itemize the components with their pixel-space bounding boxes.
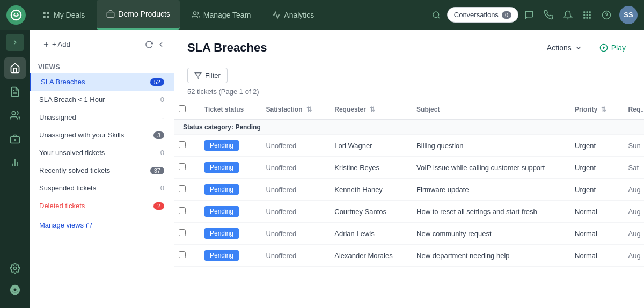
svg-point-5 [193,12,196,14]
status-badge: Pending [204,206,239,217]
nav-tab-my-deals[interactable]: My Deals [32,0,94,30]
row-checkbox[interactable] [179,185,186,192]
app-logo[interactable] [6,5,26,25]
sidebar-header-actions [145,40,165,49]
view-item-unsolved[interactable]: Your unsolved tickets 0 [30,144,174,162]
view-item-unassigned-skills[interactable]: Unassigned with your Skills 3 [30,126,174,144]
view-item-sla-breaches[interactable]: SLA Breaches 52 [30,73,174,91]
row-checkbox[interactable] [179,251,186,258]
svg-rect-0 [43,12,46,14]
col-subject[interactable]: Subject [408,100,566,120]
row-requester: Kristine Reyes [326,157,408,179]
row-checkbox[interactable] [179,207,186,214]
col-req-date[interactable]: Req... [620,100,644,120]
add-label: + Add [52,40,70,48]
top-navigation: My Deals Demo Products Manage Team Analy… [0,0,644,30]
nav-settings-icon[interactable] [4,258,26,279]
help-icon-btn[interactable] [598,6,615,24]
col-priority[interactable]: Priority ⇅ [566,100,619,120]
page-title: SLA Breaches [187,41,267,55]
expand-sidebar-button[interactable] [6,34,24,51]
row-status: Pending [196,245,257,267]
view-count: 0 [160,184,164,192]
collapse-icon[interactable] [157,40,165,49]
col-ticket-status[interactable]: Ticket status [196,100,257,120]
apps-icon-btn[interactable] [579,6,596,24]
row-status: Pending [196,201,257,223]
requester-sort-icon: ⇅ [370,106,375,113]
filter-label: Filter [205,71,221,79]
row-checkbox[interactable] [179,141,186,148]
search-icon-btn[interactable] [428,6,445,24]
svg-point-20 [12,112,16,115]
table-row[interactable]: Pending Unoffered Alexander Morales New … [174,245,644,267]
view-item-unassigned[interactable]: Unassigned - [30,108,174,126]
bell-icon-btn[interactable] [559,6,576,24]
svg-rect-13 [583,17,585,18]
external-link-icon [86,222,92,229]
topnav-right: Conversations 0 SS [428,6,638,24]
nav-zendesk-icon[interactable] [4,279,26,300]
nav-reports-icon[interactable] [4,152,26,173]
nav-tab-manage-team[interactable]: Manage Team [182,0,260,30]
refresh-icon[interactable] [145,40,153,49]
view-item-recently-solved[interactable]: Recently solved tickets 37 [30,162,174,179]
sidebar-header: + Add [30,30,174,56]
phone-icon-btn[interactable] [540,6,557,24]
view-item-suspended[interactable]: Suspended tickets 0 [30,179,174,197]
svg-rect-12 [589,14,591,16]
add-button[interactable]: + Add [38,38,75,50]
nav-tab-analytics[interactable]: Analytics [262,0,324,30]
row-satisfaction: Unoffered [257,135,326,157]
views-section-title: Views [30,56,174,73]
svg-rect-11 [587,14,588,16]
row-req-date: Aug [620,179,644,201]
table-row[interactable]: Pending Unoffered Kenneth Haney Firmware… [174,179,644,201]
chevron-down-icon [575,44,582,52]
row-subject: How to reset all settings and start fres… [408,201,566,223]
view-label: Unassigned with your Skills [39,131,124,139]
nav-tickets-icon[interactable] [4,81,26,102]
view-count: 0 [160,149,164,157]
row-checkbox[interactable] [179,229,186,236]
table-row[interactable]: Pending Unoffered Adrian Lewis New commu… [174,223,644,245]
svg-rect-3 [47,16,49,18]
row-satisfaction: Unoffered [257,223,326,245]
chat-icon-btn[interactable] [521,6,538,24]
nav-org-icon[interactable] [4,128,26,150]
table-row[interactable]: Pending Unoffered Lori Wagner Billing qu… [174,135,644,157]
icon-bar [0,30,30,308]
conversations-button[interactable]: Conversations 0 [447,7,518,23]
col-satisfaction[interactable]: Satisfaction ⇅ [257,100,326,120]
manage-views-label: Manage views [39,221,84,229]
svg-rect-9 [589,11,591,13]
row-checkbox[interactable] [179,163,186,170]
manage-views-link[interactable]: Manage views [30,215,174,236]
nav-tab-my-deals-label: My Deals [54,11,85,19]
col-requester[interactable]: Requester ⇅ [326,100,408,120]
row-requester: Kenneth Haney [326,179,408,201]
topbar-icons [428,6,445,24]
view-item-sla-breach-1hr[interactable]: SLA Breach < 1 Hour 0 [30,91,174,108]
svg-marker-32 [603,46,605,49]
play-button[interactable]: Play [594,40,631,55]
nav-tab-demo-products[interactable]: Demo Products [97,0,179,30]
tickets-table: Ticket status Satisfaction ⇅ Requester ⇅… [174,100,644,267]
nav-home-icon[interactable] [4,57,26,79]
main-content: SLA Breaches Actions Play Filter 52 tic [174,30,644,308]
view-count: 52 [150,78,164,86]
table-row[interactable]: Pending Unoffered Courtney Santos How to… [174,201,644,223]
actions-button[interactable]: Actions [541,40,588,55]
row-subject: Firmware update [408,179,566,201]
view-label: Recently solved tickets [39,166,110,174]
filter-button[interactable]: Filter [187,68,228,83]
tickets-table-container[interactable]: Ticket status Satisfaction ⇅ Requester ⇅… [174,100,644,308]
nav-contacts-icon[interactable] [4,105,26,126]
view-item-deleted[interactable]: Deleted tickets 2 [30,197,174,215]
view-label: SLA Breach < 1 Hour [39,96,105,104]
select-all-checkbox[interactable] [179,105,186,112]
table-row[interactable]: Pending Unoffered Kristine Reyes VoIP is… [174,157,644,179]
user-avatar[interactable]: SS [619,6,638,24]
svg-point-27 [13,267,16,270]
tickets-info-text: 52 tickets (Page 1 of 2) [187,87,259,96]
